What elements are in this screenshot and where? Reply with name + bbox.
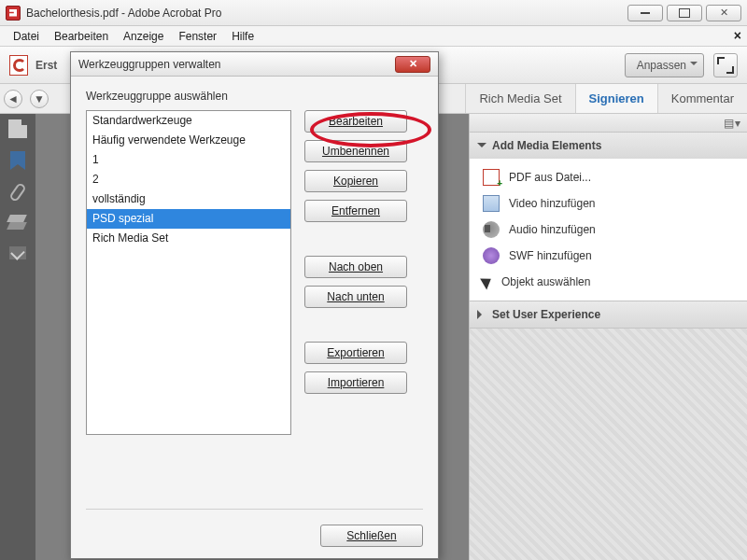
- edit-button[interactable]: Bearbeiten: [304, 110, 407, 133]
- toolgroup-list-item[interactable]: vollständig: [87, 189, 290, 209]
- tool-pdf-from-file[interactable]: PDF aus Datei...: [470, 164, 747, 190]
- chevron-right-icon: [477, 310, 486, 319]
- doc-gutter: [35, 114, 65, 560]
- toolgroup-list-item[interactable]: Standardwerkzeuge: [87, 111, 290, 131]
- pages-panel-icon[interactable]: [8, 119, 27, 138]
- attachments-panel-icon[interactable]: [8, 182, 27, 203]
- customize-label: Anpassen: [637, 59, 686, 72]
- move-down-button[interactable]: Nach unten: [304, 286, 407, 308]
- close-button[interactable]: Schließen: [320, 525, 423, 547]
- tools-pane: ▤▾ Add Media Elements PDF aus Datei... V…: [469, 114, 747, 560]
- tab-comment[interactable]: Kommentar: [657, 84, 747, 113]
- toolgroup-list-item[interactable]: 2: [87, 170, 290, 189]
- fullscreen-button[interactable]: [713, 53, 738, 77]
- close-button-label: Schließen: [346, 529, 396, 542]
- video-icon: [483, 195, 500, 212]
- move-up-button[interactable]: Nach oben: [304, 256, 407, 278]
- toolgroup-list-item[interactable]: PSD spezial: [87, 209, 290, 229]
- section-add-media-title: Add Media Elements: [492, 139, 601, 152]
- menu-view[interactable]: Anzeige: [116, 26, 171, 47]
- import-label: Importieren: [328, 376, 385, 389]
- toolgroup-list-item[interactable]: Häufig verwendete Werkzeuge: [87, 131, 290, 150]
- dialog-titlebar[interactable]: Werkzeuggruppen verwalten ✕: [71, 52, 438, 77]
- dialog-label: Werkzeuggruppe auswählen: [86, 90, 423, 103]
- window-titlebar: Bachelorthesis.pdf - Adobe Acrobat Pro ✕: [0, 0, 747, 26]
- dialog-title: Werkzeuggruppen verwalten: [78, 58, 221, 71]
- tool-add-video[interactable]: Video hinzufügen: [470, 190, 747, 217]
- menu-edit[interactable]: Bearbeiten: [47, 26, 116, 47]
- remove-button[interactable]: Entfernen: [304, 200, 407, 222]
- document-close-button[interactable]: ×: [734, 28, 741, 43]
- chevron-down-icon: [477, 143, 486, 152]
- menu-window[interactable]: Fenster: [171, 26, 224, 47]
- rename-button-label: Umbenennen: [322, 145, 389, 158]
- move-up-label: Nach oben: [329, 260, 383, 273]
- menu-help[interactable]: Hilfe: [224, 26, 261, 47]
- tools-pane-empty: [470, 329, 747, 560]
- tool-label: Video hinzufügen: [509, 197, 596, 210]
- remove-button-label: Entfernen: [331, 204, 380, 217]
- layers-panel-icon[interactable]: [8, 215, 27, 233]
- navigation-rail: [0, 114, 35, 560]
- quick-tool-label: Erst: [35, 59, 57, 72]
- create-pdf-icon[interactable]: [9, 55, 28, 76]
- toolgroup-list-item[interactable]: Rich Media Set: [87, 229, 290, 248]
- manage-toolgroups-dialog: Werkzeuggruppen verwalten ✕ Werkzeuggrup…: [70, 51, 439, 559]
- toolgroup-listbox[interactable]: StandardwerkzeugeHäufig verwendete Werkz…: [86, 110, 291, 435]
- tab-rich-media[interactable]: Rich Media Set: [465, 84, 574, 113]
- window-close-button[interactable]: ✕: [706, 5, 741, 21]
- pdf-file-icon: [483, 169, 500, 186]
- tool-label: PDF aus Datei...: [509, 171, 591, 184]
- dialog-separator: [86, 509, 423, 510]
- swf-icon: [483, 247, 500, 264]
- copy-button-label: Kopieren: [333, 175, 378, 188]
- tool-add-audio[interactable]: Audio hinzufügen: [470, 217, 747, 243]
- cursor-icon: [480, 273, 495, 289]
- tab-sign[interactable]: Signieren: [575, 84, 657, 113]
- import-button[interactable]: Importieren: [304, 371, 407, 394]
- edit-button-label: Bearbeiten: [329, 115, 383, 128]
- toolgroup-list-item[interactable]: 1: [87, 150, 290, 170]
- tool-label: SWF hinzufügen: [509, 249, 592, 262]
- window-maximize-button[interactable]: [667, 5, 702, 21]
- acrobat-app-icon: [6, 6, 21, 21]
- move-down-label: Nach unten: [327, 290, 384, 303]
- menu-file[interactable]: Datei: [6, 26, 47, 47]
- section-add-media[interactable]: Add Media Elements: [470, 133, 747, 159]
- window-minimize-button[interactable]: [627, 5, 663, 21]
- window-title: Bachelorthesis.pdf - Adobe Acrobat Pro: [26, 7, 627, 20]
- tool-label: Audio hinzufügen: [509, 223, 596, 236]
- nav-next-button[interactable]: ▼: [26, 84, 52, 113]
- dialog-close-button[interactable]: ✕: [395, 56, 430, 73]
- nav-prev-button[interactable]: ◄: [0, 84, 26, 113]
- signatures-panel-icon[interactable]: [9, 246, 26, 259]
- export-label: Exportieren: [327, 346, 384, 359]
- tools-pane-menu[interactable]: ▤▾: [470, 114, 747, 133]
- menu-bar: Datei Bearbeiten Anzeige Fenster Hilfe ×: [0, 26, 747, 47]
- tool-label: Objekt auswählen: [501, 275, 590, 288]
- section-user-experience-title: Set User Experience: [492, 308, 600, 321]
- tool-add-swf[interactable]: SWF hinzufügen: [470, 243, 747, 269]
- tool-select-object[interactable]: Objekt auswählen: [470, 269, 747, 295]
- customize-button[interactable]: Anpassen: [625, 53, 704, 77]
- rename-button[interactable]: Umbenennen: [304, 140, 407, 162]
- copy-button[interactable]: Kopieren: [304, 170, 407, 192]
- bookmarks-panel-icon[interactable]: [8, 151, 27, 170]
- section-user-experience[interactable]: Set User Experience: [470, 301, 747, 328]
- audio-icon: [483, 221, 500, 238]
- export-button[interactable]: Exportieren: [304, 342, 407, 364]
